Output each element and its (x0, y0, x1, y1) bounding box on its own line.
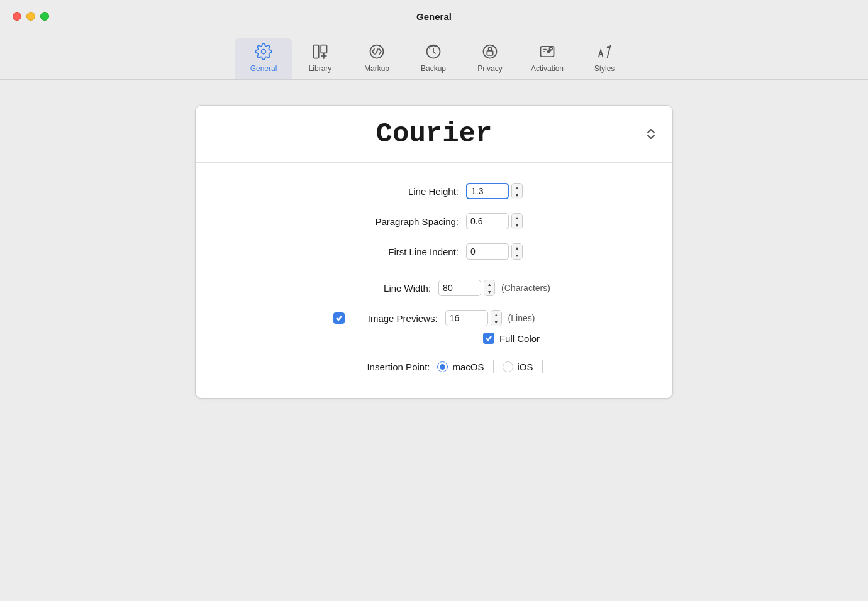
radio-option-ios[interactable]: iOS (503, 361, 533, 372)
image-previews-stepper[interactable]: ▲ ▼ (491, 310, 502, 326)
font-name-display: Courier (360, 118, 509, 150)
svg-point-10 (550, 47, 553, 50)
svg-line-5 (376, 48, 379, 54)
content-area: Courier Line Height: ▲ ▼ (0, 80, 868, 601)
line-width-label: Line Width: (318, 283, 431, 294)
first-line-indent-row: First Line Indent: ▲ ▼ (221, 243, 647, 260)
tab-general-label: General (250, 64, 277, 73)
window-title: General (416, 11, 452, 22)
insertion-point-row: Insertion Point: macOS iOS (221, 360, 647, 373)
first-line-indent-up-arrow[interactable]: ▲ (512, 244, 522, 251)
tab-bar: General Library (235, 38, 633, 79)
image-previews-down-arrow[interactable]: ▼ (491, 318, 501, 326)
line-width-row: Line Width: ▲ ▼ (Characters) (221, 280, 647, 296)
svg-point-12 (608, 47, 609, 48)
settings-panel: Courier Line Height: ▲ ▼ (195, 105, 673, 399)
line-width-input[interactable] (438, 280, 481, 296)
svg-rect-8 (487, 51, 492, 55)
image-previews-up-arrow[interactable]: ▲ (491, 311, 501, 318)
tab-markup-label: Markup (364, 64, 389, 73)
first-line-indent-field-group: ▲ ▼ (466, 243, 523, 260)
line-width-stepper[interactable]: ▲ ▼ (484, 280, 495, 296)
radio-macos-label: macOS (452, 361, 484, 372)
insertion-point-group: macOS iOS (437, 360, 551, 373)
radio-divider (493, 360, 494, 373)
library-icon (310, 41, 330, 62)
radio-divider-right (542, 360, 543, 373)
line-width-up-arrow[interactable]: ▲ (484, 280, 494, 288)
line-height-row: Line Height: ▲ ▼ (221, 183, 647, 199)
first-line-indent-down-arrow[interactable]: ▼ (512, 251, 522, 259)
line-height-field-group: ▲ ▼ (466, 183, 523, 199)
insertion-point-label: Insertion Point: (316, 361, 430, 372)
tab-styles[interactable]: Styles (576, 38, 633, 79)
tab-library-label: Library (309, 64, 332, 73)
paragraph-spacing-down-arrow[interactable]: ▼ (512, 221, 522, 229)
line-height-label: Line Height: (345, 186, 459, 197)
image-previews-label: Image Previews: (350, 313, 438, 324)
tab-general[interactable]: General (235, 38, 292, 79)
paragraph-spacing-row: Paragraph Spacing: ▲ ▼ (221, 213, 647, 229)
tab-backup-label: Backup (421, 64, 446, 73)
title-bar: General (0, 0, 868, 33)
full-color-label: Full Color (499, 333, 540, 344)
paragraph-spacing-label: Paragraph Spacing: (345, 216, 459, 227)
line-width-down-arrow[interactable]: ▼ (484, 288, 494, 295)
line-height-stepper[interactable]: ▲ ▼ (511, 183, 523, 199)
radio-ios-circle (503, 361, 513, 372)
tab-activation-label: Activation (531, 64, 564, 73)
privacy-icon (480, 41, 500, 62)
minimize-button[interactable] (26, 12, 35, 21)
markup-icon (367, 41, 387, 62)
tab-privacy[interactable]: Privacy (462, 38, 518, 79)
line-height-input[interactable] (466, 183, 509, 199)
maximize-button[interactable] (40, 12, 49, 21)
radio-option-macos[interactable]: macOS (437, 361, 484, 372)
paragraph-spacing-up-arrow[interactable]: ▲ (512, 214, 522, 221)
radio-macos-circle (437, 361, 448, 372)
backup-icon (423, 41, 443, 62)
tab-activation[interactable]: Activation (518, 38, 576, 79)
full-color-checkbox[interactable] (483, 333, 494, 344)
gear-icon (253, 41, 274, 62)
paragraph-spacing-input[interactable] (466, 213, 509, 229)
full-color-row: Full Color (221, 333, 647, 344)
close-button[interactable] (13, 12, 21, 21)
image-previews-checkbox[interactable] (333, 312, 345, 324)
toolbar: General Library (0, 33, 868, 80)
line-width-suffix: (Characters) (501, 283, 550, 293)
tab-styles-label: Styles (594, 64, 615, 73)
line-height-up-arrow[interactable]: ▲ (512, 184, 522, 191)
image-previews-input[interactable] (445, 310, 488, 326)
first-line-indent-label: First Line Indent: (345, 246, 459, 257)
line-width-field-group: ▲ ▼ (Characters) (438, 280, 550, 296)
image-previews-suffix: (Lines) (508, 313, 535, 323)
first-line-indent-stepper[interactable]: ▲ ▼ (511, 243, 523, 260)
image-previews-row: Image Previews: ▲ ▼ (Lines) (221, 310, 647, 326)
paragraph-spacing-stepper[interactable]: ▲ ▼ (511, 213, 523, 229)
first-line-indent-input[interactable] (466, 243, 509, 260)
full-color-inner: Full Color (361, 333, 540, 344)
tab-privacy-label: Privacy (477, 64, 502, 73)
svg-rect-0 (313, 45, 318, 58)
traffic-lights (13, 12, 49, 21)
form-body: Line Height: ▲ ▼ Paragraph Spacing: ▲ ▼ (196, 163, 672, 398)
svg-rect-1 (321, 45, 326, 53)
tab-backup[interactable]: Backup (405, 38, 462, 79)
tab-library[interactable]: Library (292, 38, 348, 79)
image-previews-field-group: ▲ ▼ (Lines) (445, 310, 535, 326)
activation-icon (537, 41, 557, 62)
font-chevron-button[interactable] (645, 127, 657, 141)
font-selector: Courier (196, 106, 672, 163)
styles-icon (594, 41, 615, 62)
line-height-down-arrow[interactable]: ▼ (512, 191, 522, 199)
radio-ios-label: iOS (518, 361, 533, 372)
tab-markup[interactable]: Markup (348, 38, 405, 79)
paragraph-spacing-field-group: ▲ ▼ (466, 213, 523, 229)
